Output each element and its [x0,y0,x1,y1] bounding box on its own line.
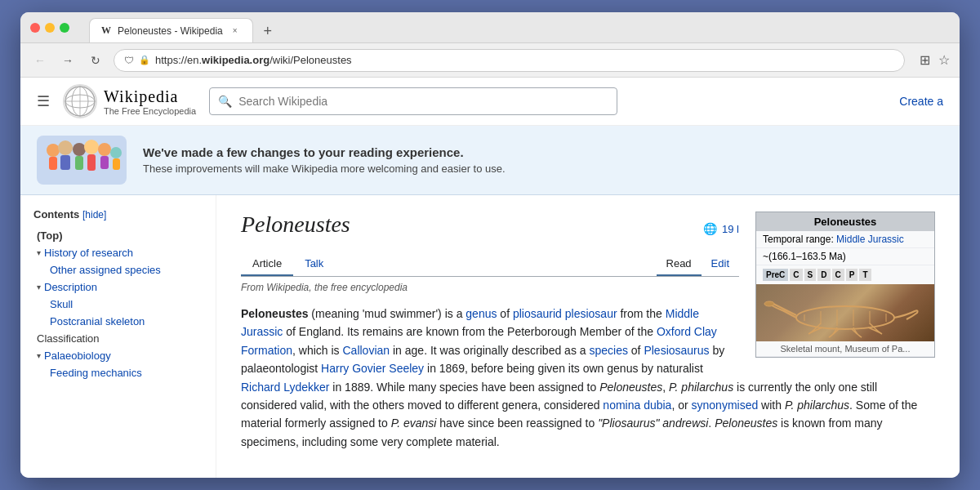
article-tabs-row: Article Talk Read Edit [241,252,739,277]
svg-rect-16 [113,158,120,170]
article-tabs: Article Talk [241,252,335,276]
search-icon: 🔍 [218,95,232,108]
language-count[interactable]: 19 l [722,223,739,235]
wiki-site-tagline: The Free Encyclopedia [104,106,196,116]
article-title-row: Peloneustes 🌐 19 l [241,212,739,246]
banner-subtitle: These improvements will make Wikipedia m… [143,163,506,175]
toc-item-skull[interactable]: Skull [33,296,203,313]
infobox-temporal-range: ~(166.1–163.5 Ma) [763,251,846,262]
svg-point-7 [58,140,73,155]
banner-text: We've made a few changes to your reading… [143,145,506,175]
wiki-title-text: Wikipedia The Free Encyclopedia [104,87,196,116]
toc-item-postcranial[interactable]: Postcranial skeleton [33,313,203,330]
infobox-temporal-row: Temporal range: Middle Jurassic [756,231,934,248]
notification-banner: We've made a few changes to your reading… [20,126,960,195]
toc-hide-button[interactable]: [hide] [82,209,106,220]
browser-tab-active[interactable]: W Peloneustes - Wikipedia × [89,18,253,42]
maximize-window-button[interactable] [60,23,69,33]
banner-title: We've made a few changes to your reading… [143,145,506,159]
wiki-site-title: Wikipedia [104,87,196,106]
toc-item-classification[interactable]: Classification [33,330,203,347]
svg-point-13 [98,143,111,156]
geo-s-button[interactable]: S [804,269,817,281]
back-button[interactable]: ← [30,51,50,70]
refresh-button[interactable]: ↻ [86,51,105,70]
toc-arrow-description: ▾ [37,283,41,292]
toc-arrow-history: ▾ [37,248,41,257]
geo-prec-button[interactable]: PreC [763,269,788,281]
wiki-page: ☰ Wikipedia The Free Encyclopedia [20,78,960,478]
search-input[interactable] [238,95,608,108]
toc-item-palaeobiology[interactable]: ▾ Palaeobiology [33,347,203,364]
italic-evansi: P. evansi [391,416,437,430]
link-plesiosaur[interactable]: pliosaurid plesiosaur [513,307,617,320]
toc-item-feeding[interactable]: Feeding mechanics [33,364,203,381]
svg-point-15 [110,147,122,158]
svg-point-17 [796,306,894,329]
create-account-link[interactable]: Create a [899,95,943,108]
link-synonymised[interactable]: synonymised [692,399,759,412]
italic-pliosaurus: "Pliosaurus" andrewsi [598,416,708,430]
geo-d-button[interactable]: D [817,269,830,281]
address-bar: ← → ↻ 🛡 🔒 https://en.wikipedia.org/wiki/… [20,43,960,78]
traffic-lights [30,23,69,33]
tab-close-button[interactable]: × [229,25,241,37]
toc-item-top[interactable]: (Top) [33,227,203,244]
infobox-temporal-link[interactable]: Middle Jurassic [836,234,904,245]
new-tab-button[interactable]: + [256,20,279,42]
bookmark-icon[interactable]: ☆ [938,52,950,68]
tab-talk[interactable]: Talk [293,252,335,276]
url-text: https://en.wikipedia.org/wiki/Peloneuste… [155,54,352,66]
tab-edit[interactable]: Edit [702,252,739,276]
svg-point-5 [47,144,60,157]
hamburger-menu-button[interactable]: ☰ [37,92,50,110]
read-edit-tabs: Read Edit [657,252,739,276]
tabs-area: W Peloneustes - Wikipedia × + [89,12,279,42]
geo-t-button[interactable]: T [859,269,871,281]
infobox-image [756,284,934,341]
svg-rect-12 [87,154,96,171]
banner-illustration [37,136,127,185]
infobox-temporal-label: Temporal range: [763,234,834,245]
wiki-logo [63,84,97,118]
toc-item-description[interactable]: ▾ Description [33,278,203,296]
lock-icon: 🔒 [139,55,150,65]
toc-item-history[interactable]: ▾ History of research [33,244,203,261]
wiki-content: Contents [hide] (Top) ▾ History of resea… [20,195,960,478]
article-title: Peloneustes [241,212,350,238]
link-genus[interactable]: genus [466,307,497,320]
link-nomina[interactable]: nomina dubia [603,399,671,412]
svg-rect-10 [75,156,83,170]
geo-c1-button[interactable]: C [790,269,802,281]
title-bar: W Peloneustes - Wikipedia × + [20,12,960,43]
tab-read[interactable]: Read [657,252,702,276]
wiki-header: ☰ Wikipedia The Free Encyclopedia [20,78,960,126]
link-species[interactable]: species [589,344,627,357]
minimize-window-button[interactable] [45,23,55,33]
geo-scale: PreC C S D C P T [756,265,934,284]
toc-title: Contents [hide] [33,208,203,220]
language-icon: 🌐 [703,222,717,235]
svg-rect-8 [60,155,70,170]
infobox: Peloneustes Temporal range: Middle Juras… [755,212,935,358]
shield-icon: 🛡 [124,55,134,66]
italic-philarchus-1: P. philarchus [669,381,733,394]
forward-button[interactable]: → [58,51,78,70]
wiki-search-bar[interactable]: 🔍 [209,87,617,115]
url-bar[interactable]: 🛡 🔒 https://en.wikipedia.org/wiki/Pelone… [114,49,905,72]
link-seeley[interactable]: Harry Govier Seeley [321,362,424,375]
italic-peloneustes-1: Peloneustes [599,381,662,394]
link-lydekker[interactable]: Richard Lydekker [241,381,329,394]
toc-item-other-species[interactable]: Other assigned species [33,261,203,278]
link-plesiosaurus[interactable]: Plesiosaurus [644,344,709,357]
tab-article[interactable]: Article [241,252,293,276]
reader-mode-icon[interactable]: ⊞ [920,52,930,68]
wiki-article: Peloneustes Temporal range: Middle Juras… [216,195,960,478]
svg-rect-14 [100,156,109,169]
link-callovian[interactable]: Callovian [343,344,390,357]
geo-c2-button[interactable]: C [832,269,844,281]
close-window-button[interactable] [30,23,40,33]
infobox-range-row: ~(166.1–163.5 Ma) [756,248,934,265]
geo-p-button[interactable]: P [846,269,858,281]
italic-peloneustes-2: Peloneustes [715,416,777,430]
